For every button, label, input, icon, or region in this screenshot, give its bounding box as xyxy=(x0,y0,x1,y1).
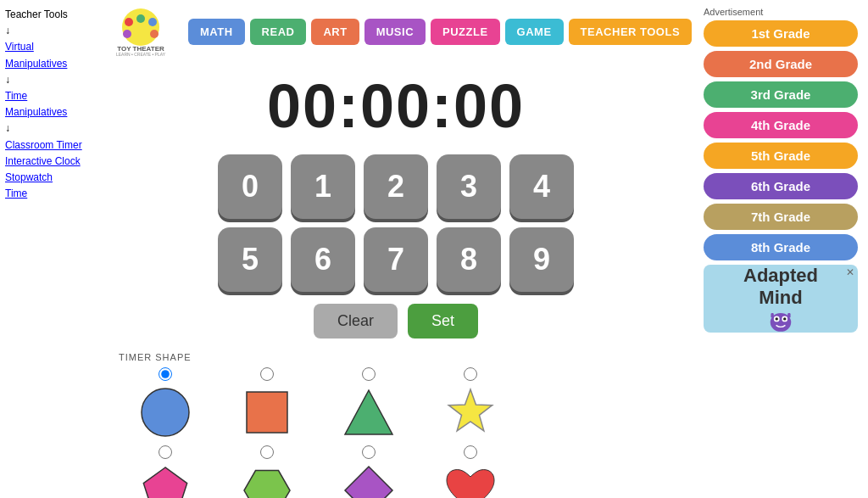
grade-btn-2nd-grade[interactable]: 2nd Grade xyxy=(704,51,858,77)
sidebar-title: Teacher Tools xyxy=(5,7,88,23)
ad-label: Advertisement xyxy=(704,7,863,17)
numpad-key-5[interactable]: 5 xyxy=(218,227,282,292)
shape-item-hexagon xyxy=(220,445,314,498)
shape-visual-star[interactable] xyxy=(441,383,500,442)
shape-item-triangle xyxy=(322,367,415,442)
sidebar-link-interactive-clock[interactable]: Interactive Clock xyxy=(5,154,88,170)
numpad-key-4[interactable]: 4 xyxy=(509,154,574,219)
nav-btn-math[interactable]: MATH xyxy=(188,19,245,45)
clear-button[interactable]: Clear xyxy=(314,304,398,339)
grade-btn-1st-grade[interactable]: 1st Grade xyxy=(704,20,858,47)
svg-marker-10 xyxy=(345,390,392,434)
svg-point-5 xyxy=(123,30,131,38)
shapes-grid xyxy=(119,367,682,498)
shape-visual-square[interactable] xyxy=(237,383,297,442)
grade-btn-8th-grade[interactable]: 8th Grade xyxy=(704,234,858,260)
grade-btn-4th-grade[interactable]: 4th Grade xyxy=(704,112,858,138)
svg-point-2 xyxy=(136,14,145,23)
header: TOY THEATER LEARN • CREATE • PLAY MATHRE… xyxy=(93,0,698,63)
shape-item-pentagon xyxy=(119,445,212,498)
sidebar-link-virtual-manipulatives[interactable]: Virtual Manipulatives xyxy=(5,39,88,71)
shape-item-square xyxy=(220,367,314,442)
svg-marker-11 xyxy=(448,389,492,431)
numpad-key-3[interactable]: 3 xyxy=(437,154,501,219)
svg-rect-20 xyxy=(771,313,773,317)
set-button[interactable]: Set xyxy=(408,304,478,339)
sidebar-link-time-manipulatives[interactable]: Time Manipulatives xyxy=(5,88,88,120)
timer-display: 00:00:00 xyxy=(267,71,525,141)
adapted-mind-banner[interactable]: ✕ AdaptedMind xyxy=(704,265,858,333)
svg-point-1 xyxy=(125,18,133,26)
numpad-key-8[interactable]: 8 xyxy=(437,227,501,292)
shape-visual-diamond[interactable] xyxy=(339,461,398,498)
grade-btn-3rd-grade[interactable]: 3rd Grade xyxy=(704,81,858,108)
grade-btn-6th-grade[interactable]: 6th Grade xyxy=(704,173,858,199)
shape-visual-hexagon[interactable] xyxy=(237,461,297,498)
svg-rect-21 xyxy=(787,313,790,317)
svg-point-0 xyxy=(122,8,159,46)
numpad-key-7[interactable]: 7 xyxy=(364,227,428,292)
shapes-label: TIMER SHAPE xyxy=(119,352,682,362)
main-area: TOY THEATER LEARN • CREATE • PLAY MATHRE… xyxy=(93,0,698,498)
sidebar-arrow2: ↓ xyxy=(5,72,88,88)
sidebar-arrow3: ↓ xyxy=(5,120,88,137)
grade-btn-5th-grade[interactable]: 5th Grade xyxy=(704,143,858,169)
nav-btn-read[interactable]: READ xyxy=(250,19,307,45)
shape-radio-diamond[interactable] xyxy=(362,445,376,459)
nav-btn-puzzle[interactable]: PUZZLE xyxy=(431,19,500,45)
numpad-key-0[interactable]: 0 xyxy=(218,154,282,219)
shape-radio-square[interactable] xyxy=(260,367,274,381)
svg-point-8 xyxy=(142,389,189,436)
svg-point-19 xyxy=(783,317,786,320)
shape-radio-circle[interactable] xyxy=(159,367,172,381)
shape-visual-pentagon[interactable] xyxy=(136,461,195,498)
shape-radio-pentagon[interactable] xyxy=(159,445,172,459)
svg-marker-13 xyxy=(244,471,290,498)
monster-icon xyxy=(760,310,802,333)
svg-text:LEARN • CREATE • PLAY: LEARN • CREATE • PLAY xyxy=(116,52,166,56)
svg-rect-9 xyxy=(247,392,287,433)
sidebar: Teacher Tools ↓ Virtual Manipulatives ↓ … xyxy=(0,0,93,498)
shape-radio-triangle[interactable] xyxy=(362,367,376,381)
nav-btn-music[interactable]: MUSIC xyxy=(364,19,426,45)
nav-buttons: MATHREADARTMUSICPUZZLEGAMETEACHER TOOLS xyxy=(188,19,692,45)
nav-btn-teacher-tools[interactable]: TEACHER TOOLS xyxy=(569,19,693,45)
sidebar-arrow1: ↓ xyxy=(5,23,88,39)
numpad-key-1[interactable]: 1 xyxy=(291,154,355,219)
shape-visual-heart[interactable] xyxy=(441,461,500,498)
numpad-key-6[interactable]: 6 xyxy=(291,227,355,292)
nav-btn-art[interactable]: ART xyxy=(311,19,359,45)
close-ad-button[interactable]: ✕ xyxy=(846,266,854,278)
shape-item-star xyxy=(424,367,517,442)
svg-marker-12 xyxy=(143,467,186,498)
shape-radio-hexagon[interactable] xyxy=(260,445,274,459)
svg-point-18 xyxy=(776,317,778,320)
shapes-section: TIMER SHAPE xyxy=(110,352,682,498)
content-area: 00:00:00 0123456789 Clear Set TIMER SHAP… xyxy=(93,63,698,498)
sidebar-link-stopwatch[interactable]: Stopwatch xyxy=(5,170,88,186)
svg-point-3 xyxy=(148,18,157,26)
numpad: 0123456789 xyxy=(218,154,574,292)
sidebar-link-time[interactable]: Time xyxy=(5,186,88,202)
nav-btn-game[interactable]: GAME xyxy=(505,19,564,45)
numpad-key-9[interactable]: 9 xyxy=(509,227,574,292)
grade-btn-7th-grade[interactable]: 7th Grade xyxy=(704,204,858,230)
svg-marker-14 xyxy=(345,467,392,498)
shape-item-diamond xyxy=(322,445,415,498)
numpad-key-2[interactable]: 2 xyxy=(364,154,428,219)
svg-point-4 xyxy=(150,30,159,38)
action-buttons: Clear Set xyxy=(314,304,478,339)
shape-radio-heart[interactable] xyxy=(464,445,477,459)
logo[interactable]: TOY THEATER LEARN • CREATE • PLAY xyxy=(98,7,183,56)
shape-item-circle xyxy=(119,367,212,442)
shape-radio-star[interactable] xyxy=(464,367,477,381)
shape-visual-triangle[interactable] xyxy=(339,383,398,442)
shape-item-heart xyxy=(424,445,517,498)
adapted-mind-text: AdaptedMind xyxy=(743,265,818,310)
sidebar-link-classroom-timer[interactable]: Classroom Timer xyxy=(5,137,88,154)
shape-visual-circle[interactable] xyxy=(136,383,195,442)
grade-buttons: 1st Grade2nd Grade3rd Grade4th Grade5th … xyxy=(704,20,863,260)
ad-panel: Advertisement 1st Grade2nd Grade3rd Grad… xyxy=(698,0,868,498)
